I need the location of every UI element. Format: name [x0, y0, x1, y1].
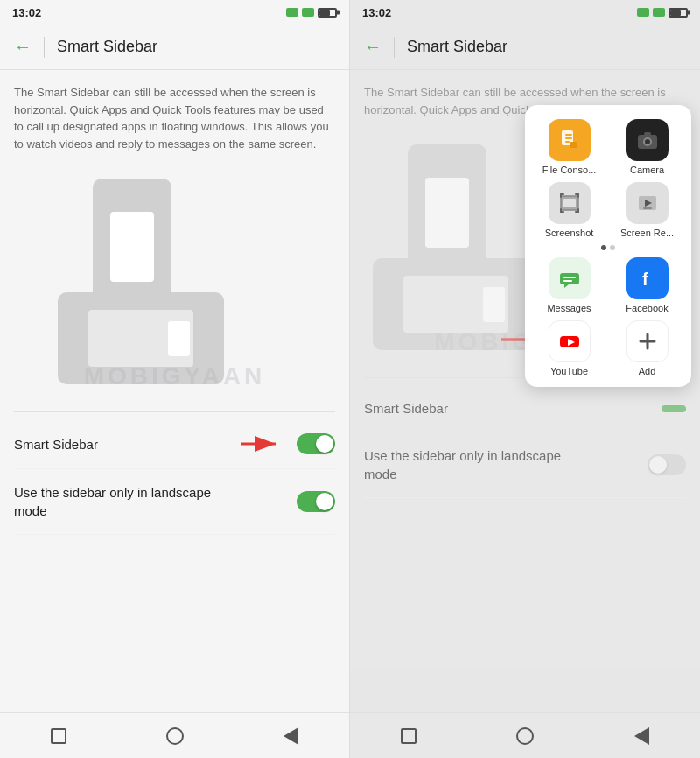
facebook-label: Facebook [626, 303, 668, 313]
screenshot-svg [557, 191, 582, 215]
svg-rect-5 [565, 134, 572, 136]
nav-home-left[interactable] [159, 724, 191, 748]
status-bar-left: 13:02 [0, 0, 349, 25]
home-icon-right [516, 727, 534, 745]
facebook-icon: f [626, 257, 668, 299]
svg-rect-28 [564, 277, 576, 278]
svg-point-11 [645, 139, 650, 144]
messages-svg [557, 266, 582, 291]
screen-re-svg [635, 191, 660, 215]
svg-text:f: f [642, 270, 648, 289]
popup-item-messages[interactable]: Messages [536, 257, 603, 313]
signal-icon [286, 8, 298, 17]
toggle-knob-landscape-right [649, 456, 667, 474]
popup-item-screenshot[interactable]: Screenshot [536, 182, 603, 238]
status-bar-right: 13:02 [350, 0, 700, 25]
battery-fill [319, 10, 330, 16]
nav-recent-left[interactable] [43, 724, 74, 748]
header-left: ← Smart Sidebar [0, 25, 349, 70]
popup-item-file-console[interactable]: File Conso... [536, 119, 603, 175]
add-svg [635, 329, 660, 354]
setting-row-landscape-right: Use the sidebar only in landscape mode [364, 432, 686, 498]
settings-section-left: Smart Sidebar [14, 411, 335, 535]
svg-rect-22 [578, 208, 579, 213]
landscape-label-left: Use the sidebar only in landscape mode [14, 483, 233, 520]
svg-rect-6 [565, 137, 572, 139]
svg-rect-18 [578, 193, 579, 198]
back-button-left[interactable]: ← [14, 37, 32, 57]
svg-rect-14 [564, 199, 576, 207]
signal-icon-right [637, 8, 649, 17]
nav-back-left[interactable] [276, 724, 307, 748]
svg-rect-29 [564, 280, 572, 282]
popup-grid-row2: Screenshot Screen Re... [536, 182, 681, 238]
smart-sidebar-label-right: Smart Sidebar [364, 399, 448, 418]
smart-sidebar-indicator-right [662, 405, 686, 412]
landscape-label-right: Use the sidebar only in landscape mode [364, 446, 583, 483]
popup-grid-row4: YouTube Add [536, 320, 681, 376]
popup-card: File Conso... Camera [525, 105, 691, 387]
dot-1 [601, 245, 606, 250]
popup-item-add[interactable]: Add [613, 320, 681, 376]
setting-row-landscape: Use the sidebar only in landscape mode [14, 469, 335, 535]
popup-grid-row3: Messages f Facebook [536, 257, 681, 313]
youtube-svg [557, 329, 582, 354]
setting-row-smart-sidebar-right: Smart Sidebar [364, 385, 686, 432]
youtube-icon [549, 320, 591, 362]
home-icon-left [166, 727, 184, 745]
svg-rect-26 [560, 273, 579, 284]
battery-icon-right [668, 8, 688, 18]
nav-home-right[interactable] [509, 724, 541, 748]
add-icon [626, 320, 668, 362]
time-left: 13:02 [12, 6, 41, 19]
popup-item-camera[interactable]: Camera [613, 119, 681, 175]
camera-svg [635, 128, 660, 152]
facebook-svg: f [635, 266, 660, 291]
header-divider-left [44, 37, 45, 58]
phone-horizontal-left [58, 292, 224, 384]
smart-sidebar-toggle-left[interactable] [297, 433, 335, 454]
camera-label: Camera [630, 165, 664, 175]
file-console-icon [549, 119, 591, 161]
status-icons-left [286, 8, 337, 18]
battery-icon-left [318, 8, 337, 18]
popup-item-facebook[interactable]: f Facebook [613, 257, 681, 313]
youtube-label: YouTube [550, 366, 588, 376]
toggle-knob-landscape [316, 493, 333, 510]
camera-icon [626, 119, 668, 161]
bottom-nav-left [0, 712, 349, 758]
svg-rect-7 [565, 141, 570, 143]
dot-2 [610, 245, 615, 250]
svg-rect-12 [644, 132, 651, 136]
content-left: The Smart Sidebar can still be accessed … [0, 70, 349, 712]
nav-back-right[interactable] [626, 724, 657, 748]
sidebar-indicator-left [168, 321, 190, 356]
recent-apps-icon-left [51, 728, 66, 744]
status-icons-right [637, 8, 688, 18]
sidebar-indicator-right [483, 287, 505, 322]
popup-item-youtube[interactable]: YouTube [536, 320, 603, 376]
popup-item-screen-re[interactable]: Screen Re... [613, 182, 681, 238]
phone-screen-vertical [110, 212, 154, 282]
back-icon-left [284, 727, 298, 745]
popup-dots [536, 245, 681, 250]
page-title-left: Smart Sidebar [57, 38, 158, 56]
time-right: 13:02 [362, 6, 391, 19]
red-arrow-left [239, 433, 283, 454]
phone-screen-horizontal-right [403, 276, 508, 333]
wifi-icon-right [653, 8, 665, 17]
header-right: ← Smart Sidebar [350, 25, 700, 70]
back-button-right[interactable]: ← [364, 37, 382, 57]
file-console-svg [557, 128, 582, 152]
nav-recent-right[interactable] [393, 724, 424, 748]
landscape-toggle-right[interactable] [648, 454, 686, 475]
screen-re-label: Screen Re... [620, 228, 674, 238]
add-label: Add [639, 366, 656, 376]
landscape-toggle-left[interactable] [297, 491, 335, 512]
phone-screen-vertical-right [425, 178, 469, 248]
phone-screen-horizontal [88, 310, 193, 367]
popup-grid-row1: File Conso... Camera [536, 119, 681, 175]
back-icon-right [634, 727, 649, 745]
recent-apps-icon-right [401, 728, 416, 744]
screenshot-label: Screenshot [545, 228, 594, 238]
